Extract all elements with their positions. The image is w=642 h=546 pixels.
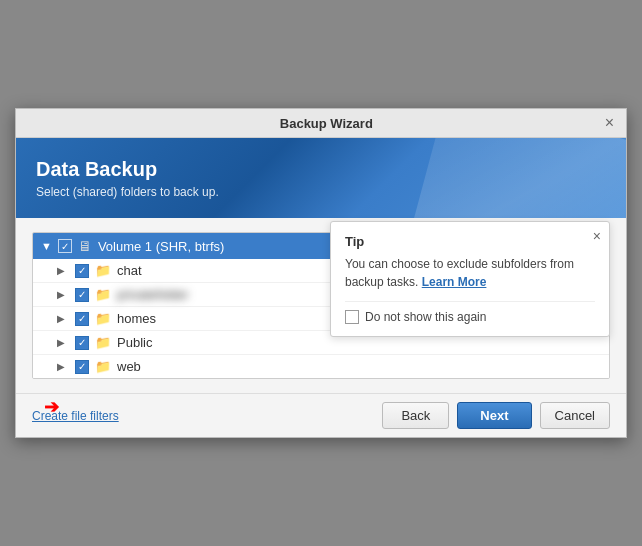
tree-item-checkbox[interactable] [75, 312, 89, 326]
header-subtitle: Select (shared) folders to back up. [36, 185, 606, 199]
tip-checkbox-row: Do not show this again [345, 301, 595, 324]
tree-item-checkbox[interactable] [75, 360, 89, 374]
tree-item-checkbox[interactable] [75, 336, 89, 350]
tree-item-label: web [117, 359, 141, 374]
header-title: Data Backup [36, 158, 606, 181]
header-section: Data Backup Select (shared) folders to b… [16, 138, 626, 218]
folder-icon: 📁 [95, 287, 111, 302]
expand-arrow-icon[interactable]: ▶ [57, 337, 69, 348]
tree-item-checkbox[interactable] [75, 264, 89, 278]
tree-root-label: Volume 1 (SHR, btrfs) [98, 239, 224, 254]
folder-icon: 📁 [95, 359, 111, 374]
tree-item-label: Public [117, 335, 152, 350]
tree-item-label: chat [117, 263, 142, 278]
tree-root-expand-icon[interactable]: ▼ [41, 240, 52, 252]
cancel-button[interactable]: Cancel [540, 402, 610, 429]
expand-arrow-icon[interactable]: ▶ [57, 265, 69, 276]
learn-more-link[interactable]: Learn More [422, 275, 487, 289]
folder-icon: 📁 [95, 263, 111, 278]
dialog-close-button[interactable]: × [605, 115, 614, 131]
back-button[interactable]: Back [382, 402, 449, 429]
dialog-title: Backup Wizard [48, 116, 605, 131]
red-arrow-indicator: ➔ [44, 396, 59, 418]
footer: Create file filters Back Next Cancel [16, 393, 626, 437]
footer-right: Back Next Cancel [382, 402, 610, 429]
tree-root-checkbox[interactable] [58, 239, 72, 253]
expand-arrow-icon[interactable]: ▶ [57, 313, 69, 324]
expand-arrow-icon[interactable]: ▶ [57, 361, 69, 372]
tip-text: You can choose to exclude subfolders fro… [345, 255, 595, 291]
do-not-show-checkbox[interactable] [345, 310, 359, 324]
expand-arrow-icon[interactable]: ▶ [57, 289, 69, 300]
dialog-window: Backup Wizard × Data Backup Select (shar… [15, 108, 627, 438]
tree-item-label: homes [117, 311, 156, 326]
tree-item-checkbox[interactable] [75, 288, 89, 302]
next-button[interactable]: Next [457, 402, 531, 429]
folder-icon: 📁 [95, 311, 111, 326]
tree-item-label-private: privatefolder [117, 287, 189, 302]
tip-close-button[interactable]: × [593, 228, 601, 244]
tip-popup: × Tip You can choose to exclude subfolde… [330, 221, 610, 337]
drive-icon: 🖥 [78, 238, 92, 254]
folder-icon: 📁 [95, 335, 111, 350]
do-not-show-label: Do not show this again [365, 310, 486, 324]
title-bar: Backup Wizard × [16, 109, 626, 138]
tip-title: Tip [345, 234, 595, 249]
content-area: ➔ ▼ 🖥 Volume 1 (SHR, btrfs) ▶ 📁 chat ▶ [16, 218, 626, 393]
tree-item: ▶ 📁 web [33, 355, 609, 378]
